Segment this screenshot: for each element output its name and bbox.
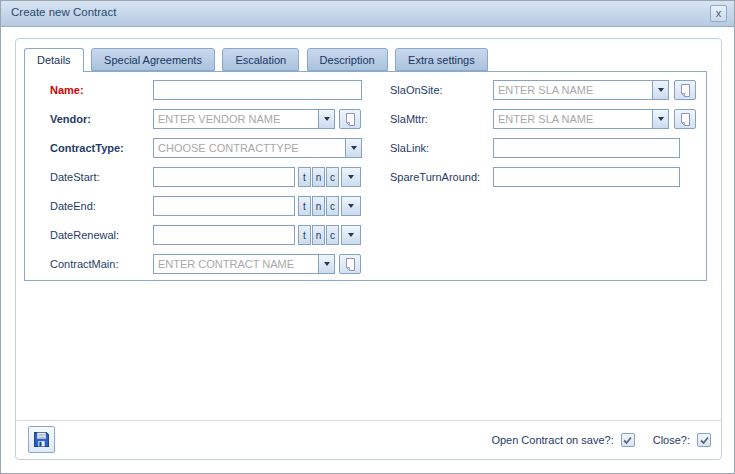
new-document-icon — [345, 113, 356, 126]
caret-down-icon — [658, 117, 664, 121]
vendor-dropdown-trigger[interactable] — [318, 109, 335, 129]
tab-escalation[interactable]: Escalation — [222, 48, 299, 71]
datestart-dropdown-trigger[interactable] — [341, 167, 361, 187]
new-document-icon — [680, 113, 691, 126]
dateend-dropdown-trigger[interactable] — [341, 196, 361, 216]
contractmain-input[interactable] — [153, 254, 318, 274]
slalink-input[interactable] — [493, 138, 680, 158]
dateend-today-button[interactable]: t — [298, 196, 311, 216]
tab-details[interactable]: Details — [24, 48, 84, 72]
slamttr-combo — [493, 109, 669, 129]
save-floppy-icon — [33, 431, 50, 448]
close-icon: x — [716, 7, 722, 19]
datestart-input[interactable] — [153, 167, 295, 187]
slamttr-new-button[interactable] — [674, 109, 696, 129]
dateend-input[interactable] — [153, 196, 295, 216]
dateend-now-button[interactable]: n — [312, 196, 325, 216]
daterenewal-input[interactable] — [153, 225, 295, 245]
caret-down-icon — [348, 233, 354, 237]
open-contract-on-save-label: Open Contract on save?: — [491, 434, 613, 446]
close-button[interactable]: x — [710, 5, 727, 22]
open-contract-on-save-checkbox[interactable] — [621, 433, 635, 447]
spareturnaround-label: SpareTurnAround: — [390, 167, 480, 187]
dateend-clear-button[interactable]: c — [326, 196, 339, 216]
vendor-new-button[interactable] — [339, 109, 361, 129]
daterenewal-clear-button[interactable]: c — [326, 225, 339, 245]
caret-down-icon — [348, 175, 354, 179]
slaonsite-label: SlaOnSite: — [390, 80, 443, 100]
contracttype-input[interactable] — [153, 138, 345, 158]
slaonsite-dropdown-trigger[interactable] — [652, 80, 669, 100]
name-label: Name: — [50, 80, 84, 100]
datestart-label: DateStart: — [50, 167, 100, 187]
tab-description-label: Description — [320, 54, 375, 66]
contracttype-dropdown-trigger[interactable] — [345, 138, 362, 158]
tab-description[interactable]: Description — [307, 48, 388, 71]
details-tab-content: Name: Vendor: ContractType: DateS — [24, 71, 707, 281]
slamttr-input[interactable] — [493, 109, 652, 129]
tab-extra-settings-label: Extra settings — [408, 54, 475, 66]
tab-strip: Details Special Agreements Escalation De… — [24, 48, 491, 72]
caret-down-icon — [348, 204, 354, 208]
check-mark-icon — [700, 436, 709, 445]
close-question-label: Close?: — [653, 434, 690, 446]
close-checkbox[interactable] — [697, 433, 711, 447]
bottom-toolbar: Open Contract on save?: Close?: — [16, 420, 721, 459]
daterenewal-label: DateRenewal: — [50, 225, 119, 245]
caret-down-icon — [324, 117, 330, 121]
vendor-input[interactable] — [153, 109, 318, 129]
caret-down-icon — [351, 146, 357, 150]
contractmain-dropdown-trigger[interactable] — [318, 254, 335, 274]
slalink-label: SlaLink: — [390, 138, 429, 158]
tab-escalation-label: Escalation — [235, 54, 286, 66]
create-contract-window: Create new Contract x Details Special Ag… — [0, 0, 735, 474]
dateend-label: DateEnd: — [50, 196, 96, 216]
datestart-clear-button[interactable]: c — [326, 167, 339, 187]
tab-special-agreements[interactable]: Special Agreements — [91, 48, 215, 71]
save-button[interactable] — [28, 426, 55, 453]
dialog-panel: Details Special Agreements Escalation De… — [15, 38, 722, 460]
datestart-today-button[interactable]: t — [298, 167, 311, 187]
daterenewal-now-button[interactable]: n — [312, 225, 325, 245]
name-input[interactable] — [153, 80, 362, 100]
tab-details-label: Details — [37, 54, 71, 66]
daterenewal-today-button[interactable]: t — [298, 225, 311, 245]
contractmain-label: ContractMain: — [50, 254, 118, 274]
check-mark-icon — [623, 436, 632, 445]
contracttype-combo — [153, 138, 362, 158]
new-document-icon — [680, 84, 691, 97]
slaonsite-combo — [493, 80, 669, 100]
caret-down-icon — [324, 262, 330, 266]
slaonsite-new-button[interactable] — [674, 80, 696, 100]
vendor-combo — [153, 109, 335, 129]
daterenewal-dropdown-trigger[interactable] — [341, 225, 361, 245]
tab-special-agreements-label: Special Agreements — [104, 54, 202, 66]
slaonsite-input[interactable] — [493, 80, 652, 100]
window-titlebar[interactable]: Create new Contract x — [1, 1, 734, 27]
tab-extra-settings[interactable]: Extra settings — [395, 48, 488, 71]
slamttr-label: SlaMttr: — [390, 109, 428, 129]
slamttr-dropdown-trigger[interactable] — [652, 109, 669, 129]
window-title: Create new Contract — [11, 6, 116, 18]
caret-down-icon — [658, 88, 664, 92]
spareturnaround-input[interactable] — [493, 167, 680, 187]
contracttype-label: ContractType: — [50, 138, 124, 158]
footer-options: Open Contract on save?: Close?: — [491, 421, 711, 459]
contractmain-combo — [153, 254, 335, 274]
contractmain-new-button[interactable] — [339, 254, 361, 274]
new-document-icon — [345, 258, 356, 271]
vendor-label: Vendor: — [50, 109, 91, 129]
datestart-now-button[interactable]: n — [312, 167, 325, 187]
